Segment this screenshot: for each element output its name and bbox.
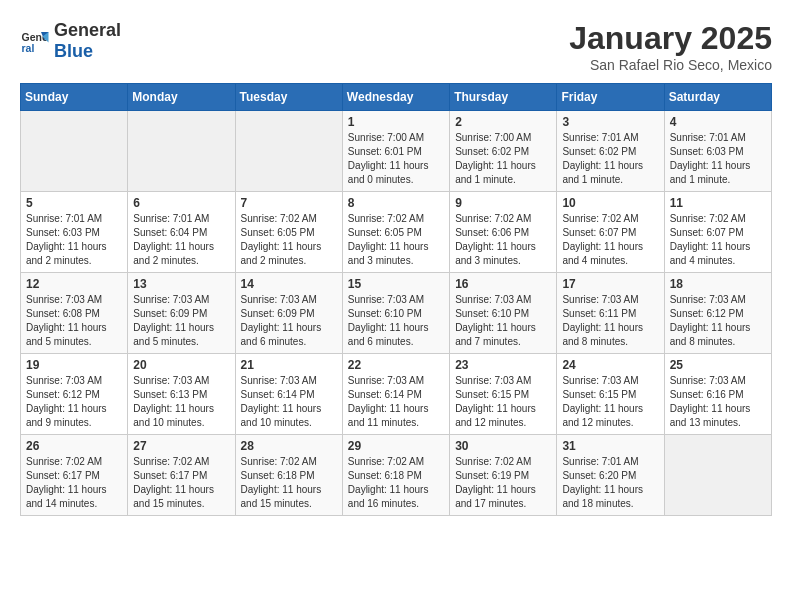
header-monday: Monday: [128, 84, 235, 111]
day-cell: [21, 111, 128, 192]
day-info: Sunrise: 7:01 AMSunset: 6:02 PMDaylight:…: [562, 131, 658, 187]
header-saturday: Saturday: [664, 84, 771, 111]
calendar-table: SundayMondayTuesdayWednesdayThursdayFrid…: [20, 83, 772, 516]
logo-text-block: General Blue: [54, 20, 121, 62]
day-info: Sunrise: 7:02 AMSunset: 6:19 PMDaylight:…: [455, 455, 551, 511]
day-cell: 12Sunrise: 7:03 AMSunset: 6:08 PMDayligh…: [21, 273, 128, 354]
day-cell: 10Sunrise: 7:02 AMSunset: 6:07 PMDayligh…: [557, 192, 664, 273]
day-cell: 13Sunrise: 7:03 AMSunset: 6:09 PMDayligh…: [128, 273, 235, 354]
day-info: Sunrise: 7:03 AMSunset: 6:12 PMDaylight:…: [26, 374, 122, 430]
day-info: Sunrise: 7:03 AMSunset: 6:12 PMDaylight:…: [670, 293, 766, 349]
day-number: 20: [133, 358, 229, 372]
day-number: 18: [670, 277, 766, 291]
header: Gene ral General Blue January 2025 San R…: [20, 20, 772, 73]
day-info: Sunrise: 7:01 AMSunset: 6:03 PMDaylight:…: [670, 131, 766, 187]
header-tuesday: Tuesday: [235, 84, 342, 111]
day-cell: 11Sunrise: 7:02 AMSunset: 6:07 PMDayligh…: [664, 192, 771, 273]
day-number: 4: [670, 115, 766, 129]
day-info: Sunrise: 7:03 AMSunset: 6:14 PMDaylight:…: [348, 374, 444, 430]
day-number: 7: [241, 196, 337, 210]
day-info: Sunrise: 7:03 AMSunset: 6:10 PMDaylight:…: [455, 293, 551, 349]
day-number: 15: [348, 277, 444, 291]
day-info: Sunrise: 7:03 AMSunset: 6:14 PMDaylight:…: [241, 374, 337, 430]
day-number: 22: [348, 358, 444, 372]
day-info: Sunrise: 7:03 AMSunset: 6:09 PMDaylight:…: [241, 293, 337, 349]
day-info: Sunrise: 7:03 AMSunset: 6:16 PMDaylight:…: [670, 374, 766, 430]
day-info: Sunrise: 7:03 AMSunset: 6:10 PMDaylight:…: [348, 293, 444, 349]
day-cell: [235, 111, 342, 192]
week-row-3: 12Sunrise: 7:03 AMSunset: 6:08 PMDayligh…: [21, 273, 772, 354]
header-wednesday: Wednesday: [342, 84, 449, 111]
day-cell: 20Sunrise: 7:03 AMSunset: 6:13 PMDayligh…: [128, 354, 235, 435]
day-info: Sunrise: 7:02 AMSunset: 6:17 PMDaylight:…: [133, 455, 229, 511]
day-number: 1: [348, 115, 444, 129]
day-info: Sunrise: 7:03 AMSunset: 6:13 PMDaylight:…: [133, 374, 229, 430]
day-number: 28: [241, 439, 337, 453]
day-cell: 15Sunrise: 7:03 AMSunset: 6:10 PMDayligh…: [342, 273, 449, 354]
day-cell: 14Sunrise: 7:03 AMSunset: 6:09 PMDayligh…: [235, 273, 342, 354]
day-number: 29: [348, 439, 444, 453]
day-cell: 2Sunrise: 7:00 AMSunset: 6:02 PMDaylight…: [450, 111, 557, 192]
logo-general: General: [54, 20, 121, 40]
day-number: 17: [562, 277, 658, 291]
month-title: January 2025: [569, 20, 772, 57]
day-cell: 16Sunrise: 7:03 AMSunset: 6:10 PMDayligh…: [450, 273, 557, 354]
day-cell: 5Sunrise: 7:01 AMSunset: 6:03 PMDaylight…: [21, 192, 128, 273]
day-cell: 21Sunrise: 7:03 AMSunset: 6:14 PMDayligh…: [235, 354, 342, 435]
day-cell: 29Sunrise: 7:02 AMSunset: 6:18 PMDayligh…: [342, 435, 449, 516]
day-info: Sunrise: 7:03 AMSunset: 6:15 PMDaylight:…: [455, 374, 551, 430]
header-thursday: Thursday: [450, 84, 557, 111]
day-info: Sunrise: 7:02 AMSunset: 6:05 PMDaylight:…: [348, 212, 444, 268]
day-info: Sunrise: 7:03 AMSunset: 6:11 PMDaylight:…: [562, 293, 658, 349]
day-number: 19: [26, 358, 122, 372]
day-info: Sunrise: 7:00 AMSunset: 6:02 PMDaylight:…: [455, 131, 551, 187]
week-row-4: 19Sunrise: 7:03 AMSunset: 6:12 PMDayligh…: [21, 354, 772, 435]
day-number: 27: [133, 439, 229, 453]
day-cell: 26Sunrise: 7:02 AMSunset: 6:17 PMDayligh…: [21, 435, 128, 516]
header-row: SundayMondayTuesdayWednesdayThursdayFrid…: [21, 84, 772, 111]
day-info: Sunrise: 7:01 AMSunset: 6:20 PMDaylight:…: [562, 455, 658, 511]
day-cell: 17Sunrise: 7:03 AMSunset: 6:11 PMDayligh…: [557, 273, 664, 354]
header-friday: Friday: [557, 84, 664, 111]
day-info: Sunrise: 7:01 AMSunset: 6:03 PMDaylight:…: [26, 212, 122, 268]
day-cell: 18Sunrise: 7:03 AMSunset: 6:12 PMDayligh…: [664, 273, 771, 354]
day-number: 16: [455, 277, 551, 291]
day-info: Sunrise: 7:02 AMSunset: 6:18 PMDaylight:…: [348, 455, 444, 511]
logo: Gene ral General Blue: [20, 20, 121, 62]
day-info: Sunrise: 7:02 AMSunset: 6:07 PMDaylight:…: [670, 212, 766, 268]
day-number: 26: [26, 439, 122, 453]
day-number: 11: [670, 196, 766, 210]
day-number: 12: [26, 277, 122, 291]
day-number: 30: [455, 439, 551, 453]
day-cell: 6Sunrise: 7:01 AMSunset: 6:04 PMDaylight…: [128, 192, 235, 273]
day-number: 3: [562, 115, 658, 129]
day-cell: 28Sunrise: 7:02 AMSunset: 6:18 PMDayligh…: [235, 435, 342, 516]
day-number: 23: [455, 358, 551, 372]
day-cell: [664, 435, 771, 516]
day-number: 24: [562, 358, 658, 372]
day-number: 8: [348, 196, 444, 210]
day-number: 5: [26, 196, 122, 210]
day-cell: 3Sunrise: 7:01 AMSunset: 6:02 PMDaylight…: [557, 111, 664, 192]
day-cell: 4Sunrise: 7:01 AMSunset: 6:03 PMDaylight…: [664, 111, 771, 192]
day-cell: 23Sunrise: 7:03 AMSunset: 6:15 PMDayligh…: [450, 354, 557, 435]
week-row-1: 1Sunrise: 7:00 AMSunset: 6:01 PMDaylight…: [21, 111, 772, 192]
day-info: Sunrise: 7:02 AMSunset: 6:17 PMDaylight:…: [26, 455, 122, 511]
day-info: Sunrise: 7:03 AMSunset: 6:09 PMDaylight:…: [133, 293, 229, 349]
svg-text:ral: ral: [22, 42, 35, 54]
day-info: Sunrise: 7:02 AMSunset: 6:07 PMDaylight:…: [562, 212, 658, 268]
day-number: 25: [670, 358, 766, 372]
day-number: 21: [241, 358, 337, 372]
day-info: Sunrise: 7:02 AMSunset: 6:18 PMDaylight:…: [241, 455, 337, 511]
day-number: 6: [133, 196, 229, 210]
day-cell: 19Sunrise: 7:03 AMSunset: 6:12 PMDayligh…: [21, 354, 128, 435]
day-cell: 7Sunrise: 7:02 AMSunset: 6:05 PMDaylight…: [235, 192, 342, 273]
day-cell: 22Sunrise: 7:03 AMSunset: 6:14 PMDayligh…: [342, 354, 449, 435]
day-number: 31: [562, 439, 658, 453]
day-info: Sunrise: 7:01 AMSunset: 6:04 PMDaylight:…: [133, 212, 229, 268]
day-cell: 25Sunrise: 7:03 AMSunset: 6:16 PMDayligh…: [664, 354, 771, 435]
day-number: 2: [455, 115, 551, 129]
day-cell: 31Sunrise: 7:01 AMSunset: 6:20 PMDayligh…: [557, 435, 664, 516]
day-info: Sunrise: 7:03 AMSunset: 6:08 PMDaylight:…: [26, 293, 122, 349]
logo-blue: Blue: [54, 41, 93, 61]
